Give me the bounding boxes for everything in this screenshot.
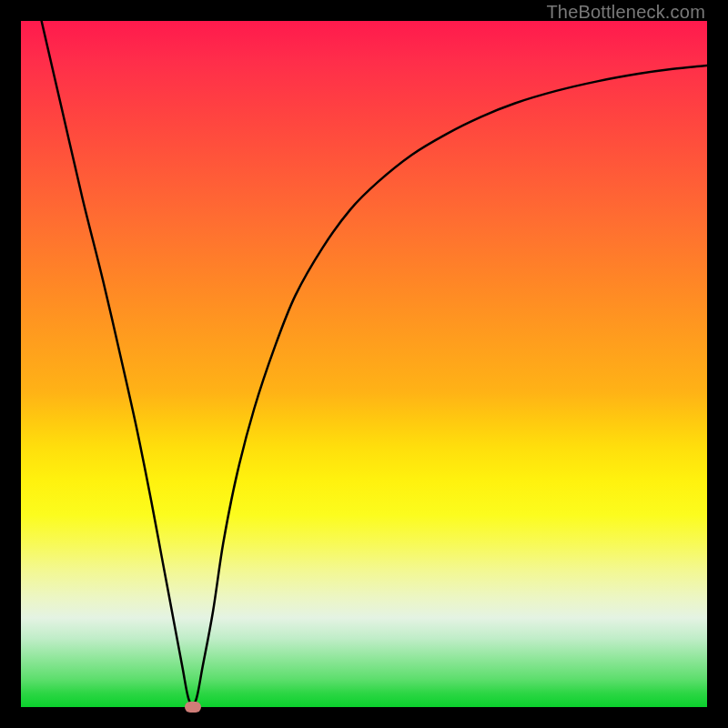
watermark-text: TheBottleneck.com (546, 2, 705, 23)
chart-frame: TheBottleneck.com (0, 0, 728, 728)
bottleneck-curve (21, 21, 707, 707)
optimal-point-marker (185, 702, 201, 713)
plot-area (21, 21, 707, 707)
